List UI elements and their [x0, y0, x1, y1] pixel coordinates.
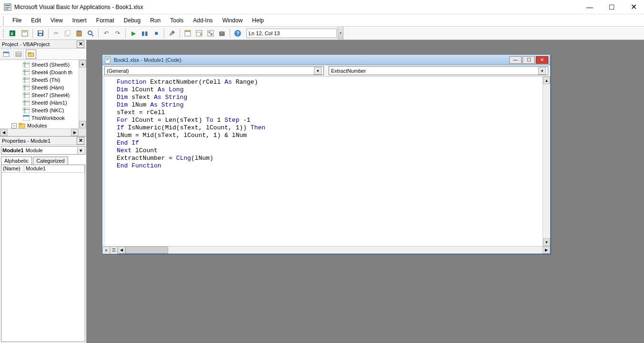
dropdown-icon: ▾ [314, 67, 322, 75]
svg-rect-49 [23, 92, 30, 98]
run-icon[interactable]: ▶ [128, 28, 139, 39]
svg-rect-3 [5, 9, 9, 10]
close-button[interactable]: ✕ [627, 2, 640, 11]
full-module-view-icon[interactable]: ☰ [110, 246, 118, 254]
svg-rect-23 [200, 33, 202, 35]
find-icon[interactable] [85, 28, 96, 39]
tab-alphabetic[interactable]: Alphabetic [1, 157, 32, 165]
procedure-combo[interactable]: ExtractNumber▾ [329, 66, 548, 75]
project-panel-title: Project - VBAProject [2, 41, 77, 47]
toolbar-overflow-icon[interactable]: ▾ [338, 27, 343, 40]
procedure-view-icon[interactable]: ≡ [102, 246, 110, 254]
design-mode-icon[interactable] [167, 28, 177, 39]
toggle-folders-icon[interactable] [26, 49, 36, 59]
properties-panel: Properties - Module1 ✕ Module1 Module ▾ … [0, 137, 86, 343]
tree-item-sheet: Sheet7 (Sheet4) [2, 91, 86, 99]
menu-window[interactable]: Window [218, 16, 248, 25]
workbook-icon [23, 115, 30, 121]
code-maximize-icon[interactable]: ☐ [523, 56, 535, 64]
menu-addins[interactable]: Add-Ins [188, 16, 217, 25]
tab-categorized[interactable]: Categorized [33, 157, 68, 165]
svg-rect-46 [23, 85, 30, 90]
paste-icon[interactable] [74, 28, 84, 39]
dropdown-icon[interactable]: ▾ [77, 147, 84, 154]
project-tree[interactable]: Sheet3 (Sheet5) Sheet4 (Doanh th Sheet5 … [0, 60, 86, 136]
svg-text:?: ? [236, 30, 240, 36]
menu-debug[interactable]: Debug [119, 16, 145, 25]
collapse-icon[interactable]: − [11, 123, 17, 128]
svg-rect-32 [3, 52, 9, 53]
svg-rect-43 [23, 77, 30, 83]
menu-format[interactable]: Format [91, 16, 119, 25]
code-window-titlebar[interactable]: Book1.xlsx - Module1 (Code) — ☐ ✕ [102, 55, 550, 65]
project-panel-close-icon[interactable]: ✕ [77, 40, 84, 48]
svg-rect-14 [78, 30, 80, 32]
svg-point-15 [88, 31, 92, 35]
reset-icon[interactable]: ■ [151, 28, 161, 39]
prop-name-value[interactable]: Module1 [24, 165, 85, 173]
menu-help[interactable]: Help [247, 16, 269, 25]
toolbar-grip [3, 29, 6, 38]
view-object-icon[interactable] [13, 49, 24, 59]
cut-icon[interactable]: ✂ [51, 28, 61, 39]
folder-icon [19, 123, 25, 128]
undo-icon[interactable]: ↶ [101, 28, 111, 39]
code-close-icon[interactable]: ✕ [536, 56, 548, 64]
svg-rect-2 [5, 7, 10, 8]
code-scrollbar-v[interactable]: ▲▼ [543, 77, 550, 246]
menu-tools[interactable]: Tools [165, 16, 188, 25]
svg-rect-26 [211, 33, 212, 35]
code-editor[interactable]: Function ExtractNumber(rCell As Range) D… [102, 77, 543, 246]
svg-text:X: X [10, 31, 13, 36]
view-code-icon[interactable] [1, 49, 11, 59]
properties-window-icon[interactable] [194, 28, 204, 39]
svg-rect-25 [209, 31, 211, 33]
worksheet-icon [23, 108, 30, 113]
worksheet-icon [23, 62, 30, 68]
help-icon[interactable]: ? [232, 28, 243, 39]
redo-icon[interactable]: ↷ [112, 28, 123, 39]
code-scrollbar-h[interactable]: ◀▶ [118, 246, 550, 254]
break-icon[interactable]: ▮▮ [140, 28, 150, 39]
code-window-title: Book1.xlsx - Module1 (Code) [114, 57, 509, 63]
copy-icon[interactable] [62, 28, 73, 39]
insert-module-icon[interactable] [20, 28, 30, 39]
svg-rect-20 [185, 30, 191, 32]
project-explorer-icon[interactable] [182, 28, 193, 39]
svg-rect-1 [5, 5, 10, 6]
maximize-button[interactable]: ☐ [605, 3, 618, 11]
tree-item-sheet: Sheet8 (Hàm1) [2, 99, 86, 107]
tree-item-sheet: Sheet9 (NKC) [2, 107, 86, 114]
toolbox-icon[interactable] [217, 28, 227, 39]
tree-scrollbar-v[interactable]: ▲▼ [79, 60, 86, 128]
minimize-button[interactable]: — [583, 3, 596, 11]
menu-view[interactable]: View [46, 16, 68, 25]
object-browser-icon[interactable] [205, 28, 216, 39]
properties-object-combo[interactable]: Module1 Module ▾ [1, 146, 85, 155]
menu-run[interactable]: Run [145, 16, 165, 25]
view-excel-icon[interactable]: X [8, 28, 19, 39]
svg-rect-34 [17, 53, 20, 56]
mdi-area: Book1.xlsx - Module1 (Code) — ☐ ✕ (Gener… [87, 40, 644, 343]
svg-rect-37 [23, 62, 30, 68]
svg-rect-52 [23, 100, 30, 106]
svg-rect-7 [23, 31, 27, 32]
tree-scrollbar-h[interactable]: ◀▶ [0, 128, 79, 136]
properties-panel-title: Properties - Module1 [2, 138, 77, 144]
dropdown-icon: ▾ [538, 67, 546, 75]
cursor-position: Ln 12, Col 13 [246, 29, 337, 38]
svg-rect-36 [28, 52, 30, 54]
code-minimize-icon[interactable]: — [509, 56, 522, 64]
properties-grid[interactable]: (Name) Module1 [1, 165, 85, 342]
svg-rect-40 [23, 69, 30, 75]
properties-panel-close-icon[interactable]: ✕ [77, 137, 84, 145]
menu-file[interactable]: File [8, 16, 26, 25]
menubar-grip [3, 16, 6, 25]
save-icon[interactable] [35, 28, 46, 39]
project-toolbar [0, 49, 86, 60]
object-combo[interactable]: (General)▾ [104, 66, 324, 75]
menu-edit[interactable]: Edit [26, 16, 46, 25]
svg-rect-55 [23, 108, 30, 113]
worksheet-icon [23, 77, 30, 83]
menu-insert[interactable]: Insert [68, 16, 91, 25]
